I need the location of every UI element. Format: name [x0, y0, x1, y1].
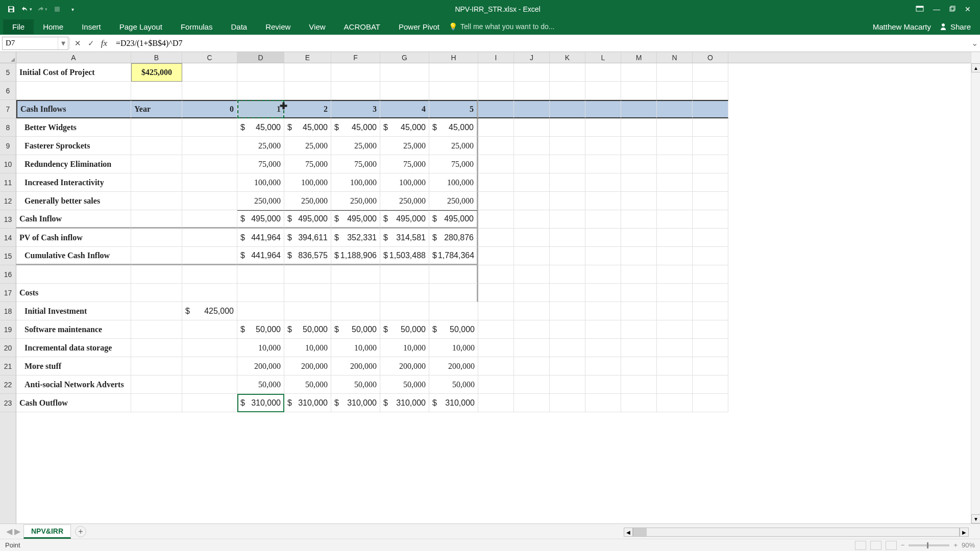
close-icon[interactable]: ✕: [965, 5, 971, 13]
ribbon-tab-formulas[interactable]: Formulas: [172, 19, 222, 34]
cell-C8[interactable]: [182, 118, 237, 137]
cell-G18[interactable]: [380, 302, 429, 320]
cell-I10[interactable]: [478, 155, 514, 173]
cell-H7[interactable]: 5: [429, 100, 478, 118]
cell-D20[interactable]: 10,000: [237, 339, 284, 357]
expand-formula-bar-icon[interactable]: ⌄: [969, 38, 980, 48]
cell-G12[interactable]: 250,000: [380, 192, 429, 210]
cell-G14[interactable]: $314,581: [380, 229, 429, 247]
cell-O10[interactable]: [693, 155, 728, 173]
cell-N13[interactable]: [657, 210, 693, 229]
cell-B23[interactable]: [131, 394, 182, 412]
cell-F6[interactable]: [331, 82, 380, 100]
col-header-F[interactable]: F: [331, 52, 380, 63]
cell-E16[interactable]: [284, 265, 331, 284]
cell-I11[interactable]: [478, 173, 514, 192]
cell-D23[interactable]: $310,000: [237, 394, 284, 412]
cell-L23[interactable]: [585, 394, 621, 412]
cell-B9[interactable]: [131, 137, 182, 155]
cell-M19[interactable]: [621, 320, 657, 339]
cell-B21[interactable]: [131, 357, 182, 375]
cell-E14[interactable]: $394,611: [284, 229, 331, 247]
col-header-E[interactable]: E: [284, 52, 331, 63]
cell-L13[interactable]: [585, 210, 621, 229]
cell-J19[interactable]: [514, 320, 550, 339]
name-box[interactable]: [3, 38, 58, 48]
cell-M15[interactable]: [621, 247, 657, 265]
cell-A7[interactable]: Cash Inflows: [16, 100, 131, 118]
sheet-tab-npvirr[interactable]: NPV&IRR: [23, 524, 71, 539]
cell-K22[interactable]: [550, 375, 585, 394]
cell-B5[interactable]: $425,000: [131, 63, 182, 82]
ribbon-display-icon[interactable]: [916, 5, 924, 13]
cell-I18[interactable]: [478, 302, 514, 320]
col-header-I[interactable]: I: [478, 52, 514, 63]
cell-K7[interactable]: [550, 100, 585, 118]
zoom-out-icon[interactable]: −: [901, 541, 905, 549]
cell-M22[interactable]: [621, 375, 657, 394]
cell-D22[interactable]: 50,000: [237, 375, 284, 394]
cell-C22[interactable]: [182, 375, 237, 394]
cell-B11[interactable]: [131, 173, 182, 192]
cell-B8[interactable]: [131, 118, 182, 137]
cell-K10[interactable]: [550, 155, 585, 173]
cell-M17[interactable]: [621, 284, 657, 302]
cell-J22[interactable]: [514, 375, 550, 394]
page-break-view-icon[interactable]: [886, 541, 897, 550]
cell-L21[interactable]: [585, 357, 621, 375]
row-header-19[interactable]: 19: [0, 320, 16, 339]
cell-K9[interactable]: [550, 137, 585, 155]
col-header-N[interactable]: N: [657, 52, 693, 63]
cell-I16[interactable]: [478, 265, 514, 284]
ribbon-tab-power-pivot[interactable]: Power Pivot: [389, 19, 449, 34]
cell-H17[interactable]: [429, 284, 478, 302]
cell-F22[interactable]: 50,000: [331, 375, 380, 394]
cell-J12[interactable]: [514, 192, 550, 210]
row-header-20[interactable]: 20: [0, 339, 16, 357]
cell-H19[interactable]: $50,000: [429, 320, 478, 339]
cell-H14[interactable]: $280,876: [429, 229, 478, 247]
cell-D10[interactable]: 75,000: [237, 155, 284, 173]
cell-O14[interactable]: [693, 229, 728, 247]
cell-L15[interactable]: [585, 247, 621, 265]
cell-J9[interactable]: [514, 137, 550, 155]
cell-J7[interactable]: [514, 100, 550, 118]
cell-J13[interactable]: [514, 210, 550, 229]
cell-C21[interactable]: [182, 357, 237, 375]
cell-O9[interactable]: [693, 137, 728, 155]
cell-D17[interactable]: [237, 284, 284, 302]
cell-O21[interactable]: [693, 357, 728, 375]
cell-E21[interactable]: 200,000: [284, 357, 331, 375]
cell-F13[interactable]: $495,000: [331, 210, 380, 229]
cell-G19[interactable]: $50,000: [380, 320, 429, 339]
cell-N18[interactable]: [657, 302, 693, 320]
cell-G17[interactable]: [380, 284, 429, 302]
cell-D6[interactable]: [237, 82, 284, 100]
maximize-icon[interactable]: [949, 5, 955, 13]
cell-O12[interactable]: [693, 192, 728, 210]
name-box-dropdown-icon[interactable]: ▾: [58, 37, 68, 49]
cell-B6[interactable]: [131, 82, 182, 100]
cell-B12[interactable]: [131, 192, 182, 210]
cell-D13[interactable]: $495,000: [237, 210, 284, 229]
scroll-up-icon[interactable]: ▲: [971, 63, 980, 72]
cell-M5[interactable]: [621, 63, 657, 82]
cell-K15[interactable]: [550, 247, 585, 265]
cell-B14[interactable]: [131, 229, 182, 247]
scroll-left-icon[interactable]: ◀: [624, 528, 633, 537]
cell-I21[interactable]: [478, 357, 514, 375]
cell-A11[interactable]: Increased Interactivity: [16, 173, 131, 192]
cell-O8[interactable]: [693, 118, 728, 137]
cell-E18[interactable]: [284, 302, 331, 320]
cell-L20[interactable]: [585, 339, 621, 357]
save-icon[interactable]: [4, 2, 18, 16]
cell-I22[interactable]: [478, 375, 514, 394]
formula-input[interactable]: [111, 38, 969, 49]
ribbon-tab-view[interactable]: View: [300, 19, 334, 34]
customize-qat-icon[interactable]: ▾: [65, 2, 80, 16]
cell-G6[interactable]: [380, 82, 429, 100]
cell-J20[interactable]: [514, 339, 550, 357]
ribbon-tab-data[interactable]: Data: [222, 19, 256, 34]
cell-F15[interactable]: $1,188,906: [331, 247, 380, 265]
cell-B18[interactable]: [131, 302, 182, 320]
